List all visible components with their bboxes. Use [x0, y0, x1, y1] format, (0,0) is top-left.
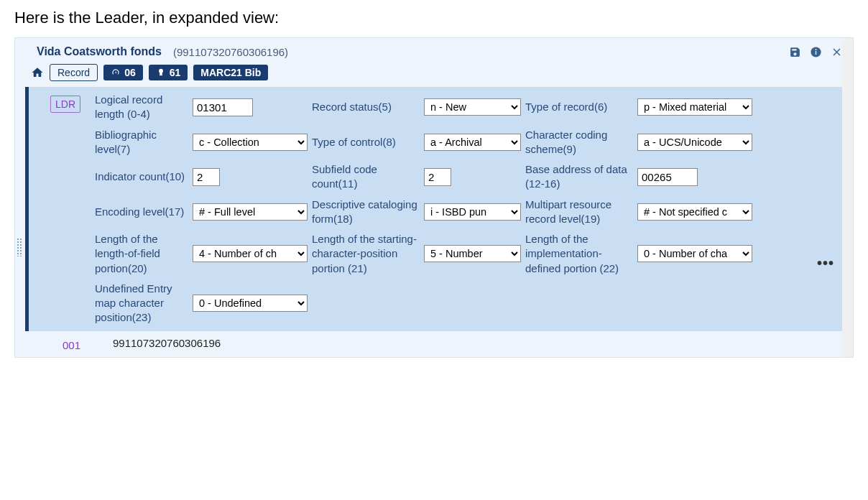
ldr-field-label: Length of the implementation-defined por…: [525, 232, 633, 276]
ldr-field-label: Type of control(8): [312, 135, 420, 149]
ldr-grid: Logical record length (0-4)Record status…: [80, 93, 849, 325]
ldr-field-input[interactable]: [193, 168, 220, 186]
ldr-field-select[interactable]: i - ISBD pun: [424, 203, 521, 221]
ldr-field-select[interactable]: # - Not specified c: [637, 203, 752, 221]
ldr-editor: LDR Logical record length (0-4)Record st…: [25, 87, 850, 331]
field-001-tag: 001: [47, 339, 91, 351]
svg-point-2: [816, 49, 817, 50]
info-icon[interactable]: [810, 46, 822, 58]
home-icon[interactable]: [31, 66, 44, 79]
ldr-field-select[interactable]: # - Full level: [193, 203, 308, 221]
ldr-field-label: Character coding scheme(9): [525, 128, 633, 157]
ldr-field-label: Length of the length-of-field portion(20…: [95, 232, 188, 276]
ldr-field-select[interactable]: 0 - Undefined: [193, 295, 308, 312]
ldr-field-label: Subfield code count(11): [312, 162, 420, 192]
ldr-field-select[interactable]: a - UCS/Unicode: [637, 134, 752, 151]
ldr-field-label: Descriptive cataloging form(18): [312, 198, 420, 227]
scrollbar[interactable]: [842, 38, 853, 357]
record-panel: Vida Coatsworth fonds (99110732076030619…: [14, 37, 854, 358]
ldr-field-select[interactable]: p - Mixed material: [637, 98, 752, 116]
ldr-field-select[interactable]: 5 - Number: [424, 245, 521, 262]
award-badge-label: 61: [170, 67, 181, 78]
save-icon[interactable]: [789, 46, 801, 58]
ldr-field-input[interactable]: [637, 168, 698, 186]
ldr-field-label: Multipart resource record level(19): [525, 198, 633, 227]
field-001-value: 991107320760306196: [91, 337, 221, 351]
ldr-field-label: Undefined Entry map character position(2…: [95, 282, 188, 325]
ldr-tag[interactable]: LDR: [50, 96, 80, 113]
ldr-field-label: Bibliographic level(7): [95, 128, 188, 157]
field-001-row: 001 991107320760306196: [15, 334, 853, 357]
page-heading: Here is the Leader, in expanded view:: [0, 0, 868, 37]
ldr-field-input[interactable]: [424, 168, 451, 186]
toolbar: Record 06 61 MARC21 Bib: [15, 61, 853, 87]
speed-badge[interactable]: 06: [103, 65, 143, 80]
svg-point-3: [159, 69, 163, 73]
format-badge[interactable]: MARC21 Bib: [193, 65, 268, 80]
drag-handle[interactable]: [17, 238, 23, 256]
award-badge[interactable]: 61: [149, 65, 188, 80]
format-badge-label: MARC21 Bib: [200, 67, 261, 78]
record-button[interactable]: Record: [50, 64, 98, 81]
ldr-field-select[interactable]: c - Collection: [193, 134, 308, 151]
ldr-field-label: Record status(5): [312, 100, 420, 114]
ldr-field-input[interactable]: [193, 98, 253, 116]
ldr-field-select[interactable]: n - New: [424, 98, 521, 116]
ldr-field-select[interactable]: 4 - Number of ch: [193, 245, 308, 262]
more-menu-icon[interactable]: •••: [817, 255, 834, 272]
ldr-field-label: Logical record length (0-4): [95, 93, 188, 122]
ldr-field-label: Type of record(6): [525, 100, 633, 114]
svg-rect-1: [816, 51, 816, 55]
record-title: Vida Coatsworth fonds: [37, 45, 162, 58]
panel-header: Vida Coatsworth fonds (99110732076030619…: [15, 38, 853, 61]
ldr-field-label: Encoding level(17): [95, 205, 188, 219]
close-icon[interactable]: [831, 46, 843, 58]
ldr-field-label: Length of the starting-character-positio…: [312, 232, 420, 276]
ldr-field-select[interactable]: a - Archival: [424, 134, 521, 151]
ldr-field-label: Indicator count(10): [95, 170, 188, 184]
record-id: (991107320760306196): [173, 46, 288, 58]
ldr-field-label: Base address of data (12-16): [525, 162, 633, 192]
speed-badge-label: 06: [124, 67, 136, 78]
ldr-field-select[interactable]: 0 - Number of cha: [637, 245, 752, 262]
